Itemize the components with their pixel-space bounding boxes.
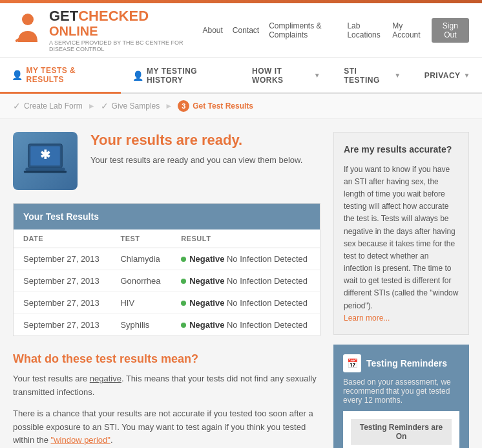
nav-my-account[interactable]: My Account <box>392 21 422 39</box>
table-row: September 27, 2013HIVNegative No Infecti… <box>14 292 320 314</box>
reminders-on-badge: Testing Reminders are On <box>351 419 452 445</box>
caret-icon-1: ▼ <box>314 72 320 79</box>
meaning-para1: Your test results are negative. This mea… <box>13 372 320 400</box>
meaning-para2: There is a chance that your results are … <box>13 407 320 447</box>
breadcrumb-step-3: 3 Get Test Results <box>178 100 253 112</box>
reminders-card: 📅 Testing Reminders Based on your assess… <box>333 345 469 448</box>
nav-my-tests-results[interactable]: 👤 MY TESTS & RESULTS <box>0 58 121 94</box>
person-icon-2: 👤 <box>132 70 144 81</box>
cell-date-1: September 27, 2013 <box>14 270 110 292</box>
col-result: RESULT <box>171 229 320 248</box>
cell-date-2: September 27, 2013 <box>14 292 110 314</box>
result-dot-0 <box>181 257 186 262</box>
cell-test-0: Chlamydia <box>110 248 171 270</box>
nav-complaints[interactable]: Compliments & Complaints <box>269 21 337 39</box>
arrow-1: ► <box>88 101 96 111</box>
result-dot-3 <box>181 323 186 328</box>
table-header-row: DATE TEST RESULT <box>14 229 320 248</box>
arrow-2: ► <box>165 101 173 111</box>
result-detail-0: No Infection Detected <box>227 254 308 264</box>
logo-checked: CHECKED <box>78 8 149 24</box>
para1-underline: negative <box>90 374 121 383</box>
logo: GETCHECKED ONLINE A SERVICE PROVIDED BY … <box>13 8 202 52</box>
cell-date-0: September 27, 2013 <box>14 248 110 270</box>
cell-date-3: September 27, 2013 <box>14 314 110 336</box>
accuracy-text: If you want to know if you have an STI a… <box>344 164 459 312</box>
result-detail-2: No Infection Detected <box>227 298 308 308</box>
cell-result-1: Negative No Infection Detected <box>171 270 320 292</box>
step-2-label: Give Samples <box>112 101 160 111</box>
nav-lab-locations[interactable]: Lab Locations <box>347 21 382 39</box>
caret-icon-3: ▼ <box>464 72 470 79</box>
result-detail-3: No Infection Detected <box>227 320 308 330</box>
sign-out-button[interactable]: Sign Out <box>432 18 469 43</box>
result-negative-0: Negative <box>189 254 227 264</box>
cell-test-3: Syphilis <box>110 314 171 336</box>
nav-how-it-works[interactable]: HOW IT WORKS ▼ <box>240 58 332 92</box>
logo-get: GET <box>49 8 78 24</box>
table-row: September 27, 2013SyphilisNegative No In… <box>14 314 320 336</box>
top-nav: About Contact Compliments & Complaints L… <box>202 18 469 43</box>
cell-result-3: Negative No Infection Detected <box>171 314 320 336</box>
check-icon-1: ✓ <box>13 101 21 111</box>
cell-result-2: Negative No Infection Detected <box>171 292 320 314</box>
nav-testing-history[interactable]: 👤 MY TESTING HISTORY <box>121 58 241 92</box>
main-content: ✱ Your results are ready. Your test resu… <box>13 132 320 448</box>
para2-suffix: . <box>110 435 113 445</box>
col-date: DATE <box>14 229 110 248</box>
table-row: September 27, 2013ChlamydiaNegative No I… <box>14 248 320 270</box>
result-negative-2: Negative <box>189 298 227 308</box>
results-table: DATE TEST RESULT September 27, 2013Chlam… <box>14 229 320 336</box>
calendar-icon: 📅 <box>343 354 361 372</box>
results-text: Your results are ready. Your test result… <box>90 132 302 167</box>
accuracy-heading: Are my results accurate? <box>344 142 459 156</box>
top-bar: GETCHECKED ONLINE A SERVICE PROVIDED BY … <box>0 3 482 58</box>
laptop-icon: ✱ <box>13 132 78 190</box>
main-nav: 👤 MY TESTS & RESULTS 👤 MY TESTING HISTOR… <box>0 58 482 94</box>
step-3-num: 3 <box>178 100 189 112</box>
result-negative-1: Negative <box>189 276 227 286</box>
window-period-link[interactable]: "window period" <box>51 435 110 445</box>
result-dot-2 <box>181 301 186 306</box>
nav-privacy[interactable]: PRIVACY ▼ <box>413 58 482 92</box>
learn-more-link[interactable]: Learn more... <box>344 314 390 323</box>
svg-rect-6 <box>24 171 67 173</box>
table-row: September 27, 2013GonorrheaNegative No I… <box>14 270 320 292</box>
cell-test-2: HIV <box>110 292 171 314</box>
logo-sub: A SERVICE PROVIDED BY THE BC CENTRE FOR … <box>49 39 202 52</box>
svg-text:✱: ✱ <box>40 148 50 162</box>
breadcrumb-step-1: ✓ Create Lab Form <box>13 101 83 111</box>
nav-contact[interactable]: Contact <box>233 26 259 35</box>
reminders-heading: Testing Reminders <box>366 358 447 368</box>
para1-prefix: Your test results are <box>13 374 90 383</box>
result-negative-3: Negative <box>189 320 227 330</box>
nav-about[interactable]: About <box>202 26 222 35</box>
breadcrumb: ✓ Create Lab Form ► ✓ Give Samples ► 3 G… <box>0 94 482 119</box>
col-test: TEST <box>110 229 171 248</box>
result-detail-1: No Infection Detected <box>227 276 308 286</box>
caret-icon-2: ▼ <box>394 72 401 79</box>
results-meaning: What do these test results mean? Your te… <box>13 352 320 447</box>
reminders-header: 📅 Testing Reminders <box>343 354 459 372</box>
svg-point-0 <box>22 14 34 25</box>
result-dot-1 <box>181 279 186 284</box>
results-hero: ✱ Your results are ready. Your test resu… <box>13 132 320 190</box>
breadcrumb-step-2: ✓ Give Samples <box>101 101 160 111</box>
cell-test-1: Gonorrhea <box>110 270 171 292</box>
results-table-wrapper: Your Test Results DATE TEST RESULT Septe… <box>13 203 320 336</box>
logo-online: ONLINE <box>49 24 202 38</box>
step-1-label: Create Lab Form <box>24 101 83 111</box>
table-header: Your Test Results <box>14 204 320 229</box>
step-3-label: Get Test Results <box>193 101 253 111</box>
logo-icon <box>13 13 43 48</box>
accuracy-card: Are my results accurate? If you want to … <box>333 132 469 335</box>
meaning-heading: What do these test results mean? <box>13 352 320 366</box>
svg-rect-5 <box>25 168 65 171</box>
person-icon: 👤 <box>12 70 23 80</box>
results-description: Your test results are ready and you can … <box>90 154 302 167</box>
results-heading: Your results are ready. <box>90 132 302 149</box>
cell-result-0: Negative No Infection Detected <box>171 248 320 270</box>
content-wrapper: ✱ Your results are ready. Your test resu… <box>0 119 482 448</box>
nav-sti-testing[interactable]: STI TESTING ▼ <box>332 58 412 92</box>
sidebar: Are my results accurate? If you want to … <box>333 132 469 448</box>
